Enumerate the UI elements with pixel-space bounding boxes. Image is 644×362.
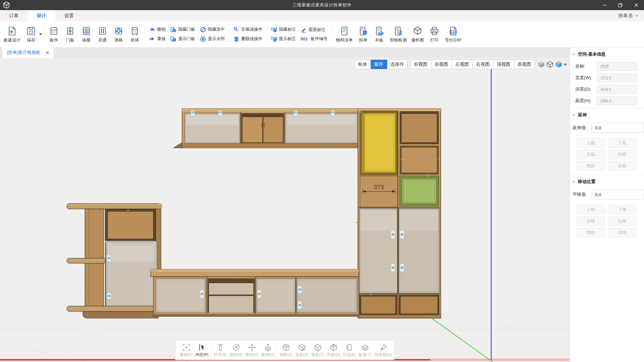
move-front-button[interactable]: 前移 <box>577 228 605 237</box>
tool-edge-band[interactable]: 封边(K) <box>341 343 357 357</box>
section-move[interactable]: 移动位置 <box>570 175 644 187</box>
wine-rack-tool-button[interactable]: 酒格 <box>111 26 127 43</box>
bom-button[interactable]: 物料清单 <box>334 26 355 43</box>
section-extend[interactable]: 延伸 <box>570 108 644 120</box>
viewport-3d[interactable]: 373 <box>0 58 570 362</box>
door-tool-button[interactable]: 门板 <box>62 26 78 43</box>
view-right-button[interactable]: 右视图 <box>472 60 494 69</box>
extend-value-input[interactable] <box>591 123 644 133</box>
extend-up-button[interactable]: 上延 <box>577 138 605 148</box>
field-value: 373.0 <box>601 76 612 81</box>
save-dropdown-caret[interactable] <box>39 33 42 35</box>
smart-check-button[interactable]: 智能检测 <box>388 26 409 43</box>
view-back-button[interactable]: 后视图 <box>431 60 452 69</box>
solid-cube-icon[interactable] <box>538 61 545 68</box>
mode-panel-button[interactable]: 板件 <box>371 60 387 69</box>
highlighted-space-green[interactable] <box>400 176 439 206</box>
tool-material-brush[interactable]: 材质刷(G) <box>375 343 391 357</box>
tab-settings[interactable]: 设置 <box>55 10 83 21</box>
panel-number-button[interactable]: NO. 板件编号 <box>301 36 328 42</box>
view-bottom-button[interactable]: 底视图 <box>514 60 535 69</box>
tool-chamfer[interactable]: 倒角(J) <box>278 343 294 357</box>
rod-icon <box>97 26 108 36</box>
face-dimension-button[interactable]: 面面标注 <box>301 27 328 33</box>
view-left-button[interactable]: 左视图 <box>452 60 473 69</box>
extend-right-button[interactable]: 右延 <box>608 150 636 159</box>
show-all-button[interactable]: 显示全部 <box>200 36 225 42</box>
document-tab[interactable]: [拆单]客厅电视柜 <box>2 47 53 58</box>
tv-stand-base[interactable] <box>151 269 359 316</box>
mode-cabinet-button[interactable]: 柜体 <box>355 60 371 69</box>
cabinet-tool-button[interactable]: 柜体 <box>127 26 143 43</box>
rod-tool-button[interactable]: 衣通 <box>94 26 111 43</box>
undo-button[interactable]: 撤销 <box>149 27 165 33</box>
move-value-input[interactable] <box>591 189 644 200</box>
drawer-tool-button[interactable]: 抽屉 <box>78 26 94 43</box>
explode-view-button[interactable]: 爆炸图 <box>409 26 427 43</box>
tool-move[interactable]: 移动(V) <box>244 343 260 357</box>
user-role-dropdown[interactable]: 拆单员 <box>618 10 639 21</box>
hide-selected-icon <box>200 27 206 33</box>
section-basic-info[interactable]: 空间-基本信息 <box>570 48 644 59</box>
cabinet-model-svg[interactable]: 373 <box>0 58 570 362</box>
split-order-button[interactable]: 拆单 <box>355 26 371 43</box>
tool-label: 聚焦(F) <box>180 352 193 357</box>
save-button[interactable]: 保存 <box>23 26 39 43</box>
move-up-button[interactable]: 上移 <box>577 205 605 214</box>
new-design-button[interactable]: 新建设计 <box>1 26 23 43</box>
view-top-button[interactable]: 顶视图 <box>493 60 514 69</box>
button-label: 门板 <box>66 37 74 43</box>
left-cabinet-unit[interactable] <box>67 204 162 318</box>
tool-extend[interactable]: 延伸(D) <box>260 343 276 357</box>
delete-connector-button[interactable]: 删除连接件 <box>233 36 263 42</box>
hide-doors-button[interactable]: 隐藏门板 <box>170 27 195 33</box>
tool-rotate[interactable]: 旋转(R) <box>228 343 244 357</box>
tool-shape[interactable]: 造形(X) <box>294 343 310 357</box>
tool-restore[interactable]: 恢复(T) <box>310 343 326 357</box>
install-connector-button[interactable]: 安装连接件 <box>233 27 263 33</box>
hide-dimensions-button[interactable]: 隐藏标注 <box>271 27 296 33</box>
tool-focus[interactable]: 聚焦(F) <box>178 343 194 357</box>
move-left-button[interactable]: 左移 <box>577 216 605 226</box>
user-role-label: 拆单员 <box>618 13 633 19</box>
redo-button[interactable]: 重做 <box>149 36 165 42</box>
extend-front-button[interactable]: 前延 <box>577 161 605 171</box>
panel-tool-button[interactable]: 板件 <box>46 26 62 43</box>
maximize-button[interactable] <box>612 0 628 10</box>
print-button[interactable]: 打印 <box>426 26 442 43</box>
depth-field: 419.0 <box>597 85 637 94</box>
wall-cabinet-row[interactable] <box>173 109 359 148</box>
move-back-button[interactable]: 后移 <box>608 228 636 237</box>
tool-thickness[interactable]: 板厚(Y) <box>357 343 373 357</box>
drawer-icon <box>81 26 92 36</box>
extend-back-button[interactable]: 后延 <box>608 161 636 171</box>
show-dimensions-button[interactable]: 显示标注 <box>271 36 296 42</box>
render-style-caret[interactable] <box>564 63 567 66</box>
selected-space-yellow[interactable] <box>360 111 398 175</box>
shaded-cube-icon[interactable] <box>555 61 562 68</box>
tab-design[interactable]: 设计 <box>28 10 55 21</box>
wireframe-cube-icon[interactable] <box>546 61 554 68</box>
tool-notch[interactable]: 开缺(O) <box>326 343 341 357</box>
mode-connector-button[interactable]: 连接件 <box>387 60 408 69</box>
chevron-down-icon <box>635 14 639 17</box>
show-doors-button[interactable]: 显示门板 <box>170 36 195 42</box>
patch-panel-button[interactable]: 补板 <box>371 26 388 43</box>
export-dxf-button[interactable]: DXF 导出DXF <box>442 26 464 43</box>
extend-down-button[interactable]: 下延 <box>608 138 636 148</box>
tab-orders[interactable]: 订单 <box>0 10 28 21</box>
field-extend-value: 延伸值: <box>573 123 644 133</box>
chevron-down-icon <box>572 181 575 183</box>
tool-interior-space[interactable]: 内空(P) <box>194 343 210 357</box>
move-right-button[interactable]: 右移 <box>608 216 636 226</box>
extend-left-button[interactable]: 左延 <box>577 150 605 159</box>
tool-align[interactable]: 对齐(A) <box>212 343 228 357</box>
move-down-button[interactable]: 下移 <box>608 205 636 214</box>
minimize-button[interactable] <box>596 0 612 10</box>
close-icon[interactable] <box>45 51 49 55</box>
window-title: 三维家板式家具设计拆单软件 <box>0 2 644 8</box>
hide-selected-button[interactable]: 隐藏选中 <box>200 27 225 33</box>
close-button[interactable] <box>628 0 644 10</box>
view-front-button[interactable]: 前视图 <box>410 60 431 69</box>
right-tall-cabinet[interactable]: 373 <box>356 109 441 318</box>
